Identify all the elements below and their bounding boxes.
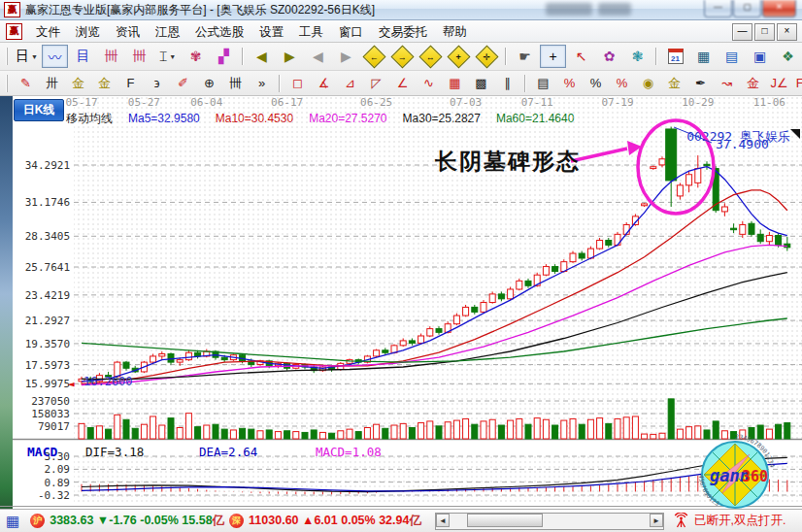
fan-box-button[interactable]: ⊿ bbox=[338, 73, 362, 94]
date-tick-label: 10-29 bbox=[682, 96, 714, 109]
parallel-lines-button[interactable]: ∥ bbox=[495, 73, 519, 94]
gold-ruler1-button[interactable]: 金 bbox=[66, 73, 90, 94]
shanghai-index-quote[interactable]: 3383.63 ▼-1.76 -0.05% 15.58亿 bbox=[50, 513, 224, 529]
zoom-right-button[interactable]: → bbox=[389, 45, 416, 68]
calendar-button[interactable]: 21 bbox=[662, 45, 688, 68]
fan-box2-button[interactable]: ◸ bbox=[364, 73, 388, 94]
crosshair-button[interactable]: + bbox=[540, 45, 566, 68]
menu-item-帮助[interactable]: 帮助 bbox=[435, 23, 475, 41]
toolbar-grip[interactable] bbox=[6, 75, 8, 92]
calculator-button[interactable]: ▦ bbox=[690, 45, 717, 68]
zoom-x-button[interactable]: ↔ bbox=[418, 45, 444, 68]
next-bar-button[interactable]: ▶ bbox=[333, 45, 359, 68]
volume-bar bbox=[418, 423, 424, 439]
gauge-button[interactable]: ▤ bbox=[531, 73, 555, 94]
connection-status[interactable]: 已断开,双点打开. bbox=[694, 513, 785, 529]
j-angle-button[interactable]: J∠ bbox=[767, 73, 791, 94]
gann-flower-button[interactable]: ✿ bbox=[596, 45, 622, 68]
menu-item-资讯[interactable]: 资讯 bbox=[108, 23, 148, 41]
macd-info-item: MACD=1.08 bbox=[316, 445, 382, 459]
expand-button[interactable]: ✛ bbox=[474, 45, 500, 68]
mdi-restore-button[interactable]: □ bbox=[754, 23, 775, 41]
menu-item-交易委托[interactable]: 交易委托 bbox=[371, 23, 435, 41]
wave-tool-button[interactable]: ↝ bbox=[715, 73, 739, 94]
grid-tool-button[interactable]: ▦ bbox=[443, 73, 467, 94]
net-button[interactable]: ❖ bbox=[775, 45, 801, 68]
toolbar-separator bbox=[505, 48, 507, 65]
ink-pen-button[interactable]: ✒ bbox=[688, 73, 713, 94]
menu-item-设置[interactable]: 设置 bbox=[251, 23, 291, 41]
scroll-left-arrow[interactable]: ◄ bbox=[436, 514, 450, 527]
chart-area[interactable]: 日K线 移动均线Ma5=32.9580Ma10=30.4530Ma20=27.5… bbox=[0, 96, 802, 509]
angle-lines-button[interactable]: ∠ bbox=[390, 73, 415, 94]
box-tool-button[interactable]: ◻ bbox=[285, 73, 310, 94]
price-axis-label: 23.4219 bbox=[25, 289, 70, 302]
mdi-close-button[interactable]: × bbox=[777, 23, 797, 41]
pointer-tool-button[interactable]: ↖ bbox=[568, 45, 594, 68]
candlestick-chart[interactable]: 05-1705-2706-0406-1706-2507-0307-1107-19… bbox=[0, 96, 802, 509]
f-ruler-button[interactable]: F bbox=[118, 73, 143, 94]
indicator-wave-button[interactable]: 〰 bbox=[42, 45, 68, 68]
f-angle-button[interactable]: F∠ bbox=[793, 73, 802, 94]
prev-bar-button[interactable]: ◀ bbox=[305, 45, 331, 68]
chart-3-button[interactable]: 卌 bbox=[98, 45, 124, 68]
ruler-tool-button[interactable]: 卅 bbox=[40, 73, 64, 94]
percent-lines-button[interactable]: % bbox=[610, 73, 634, 94]
compress-button[interactable]: + bbox=[446, 45, 472, 68]
zoom-right-button-icon: → bbox=[390, 45, 414, 68]
spiral-tool-button[interactable]: ϶ bbox=[145, 73, 169, 94]
tick-ruler-button[interactable]: 卌 bbox=[223, 73, 248, 94]
menu-item-江恩[interactable]: 江恩 bbox=[148, 23, 187, 41]
date-tick-label: 07-03 bbox=[450, 96, 482, 109]
chart-9-button[interactable]: 卌 bbox=[126, 45, 152, 68]
pattern-tool-button[interactable]: ✾ bbox=[183, 45, 209, 68]
pencil-tool-button[interactable]: ✎ bbox=[14, 73, 38, 94]
notes-button[interactable]: ▤ bbox=[718, 45, 745, 68]
percent-button[interactable]: % bbox=[584, 73, 608, 94]
kline-period-button[interactable]: 日▼ bbox=[14, 45, 40, 68]
gold-mark-button[interactable]: 金 bbox=[741, 73, 765, 94]
scroll-right-arrow[interactable]: ► bbox=[650, 514, 663, 527]
price-axis-label: 31.1746 bbox=[25, 196, 70, 209]
last-bar-button[interactable]: ▶ bbox=[277, 45, 303, 68]
first-bar-button[interactable]: ◀ bbox=[249, 45, 275, 68]
gold-circle-button[interactable]: ◉ bbox=[636, 73, 660, 94]
analysis-button[interactable]: ❃ bbox=[624, 45, 651, 68]
color-histogram-button[interactable]: ▞ bbox=[211, 45, 237, 68]
menu-item-工具[interactable]: 工具 bbox=[291, 23, 331, 41]
volume-bar bbox=[293, 432, 299, 439]
percent-slash-button[interactable]: % bbox=[557, 73, 582, 94]
menu-item-文件[interactable]: 文件 bbox=[28, 23, 68, 41]
menu-item-公式选股[interactable]: 公式选股 bbox=[187, 23, 251, 41]
toolbar-grip[interactable] bbox=[6, 48, 8, 65]
minimize-button[interactable]: — bbox=[704, 0, 732, 17]
shenzhen-index-quote[interactable]: 11030.60 ▲6.01 0.05% 32.94亿 bbox=[249, 513, 421, 529]
gold-lines-button[interactable]: 金 bbox=[662, 73, 686, 94]
candle-body bbox=[221, 357, 227, 359]
horizontal-scrollbar[interactable]: ◄ ► bbox=[435, 513, 664, 530]
hand-tool-button[interactable]: ☛ bbox=[512, 45, 538, 68]
volume-bar bbox=[642, 434, 648, 439]
grid-tool2-button[interactable]: ▩ bbox=[469, 73, 493, 94]
more-tools-button[interactable]: » bbox=[250, 73, 274, 94]
mdi-minimize-button[interactable]: — bbox=[732, 23, 752, 41]
expand-button-icon: ✛ bbox=[475, 45, 498, 68]
menu-item-窗口[interactable]: 窗口 bbox=[331, 23, 371, 41]
shenzhen-exchange-icon[interactable]: 深 bbox=[229, 514, 244, 528]
scrollbar-thumb[interactable] bbox=[467, 514, 543, 527]
volume-bar bbox=[427, 421, 433, 439]
candle-style-button[interactable]: ⌶▼ bbox=[154, 45, 181, 68]
info-panel-button[interactable]: 目 bbox=[70, 45, 96, 68]
zigzag-button[interactable]: ∿ bbox=[417, 73, 441, 94]
close-button[interactable]: ✕ bbox=[762, 0, 796, 17]
save-button[interactable]: ▣ bbox=[747, 45, 773, 68]
gold-ruler2-button[interactable]: 金 bbox=[92, 73, 117, 94]
menu-item-浏览[interactable]: 浏览 bbox=[68, 23, 108, 41]
zoom-left-button[interactable]: ← bbox=[361, 45, 387, 68]
mark-pencil-button[interactable]: ✐ bbox=[171, 73, 195, 94]
fan-lines-button[interactable]: ∡ bbox=[312, 73, 336, 94]
circle-ruler-button[interactable]: ⊕ bbox=[197, 73, 221, 94]
maximize-button[interactable]: ▢ bbox=[733, 0, 761, 17]
shanghai-exchange-icon[interactable]: 沪 bbox=[30, 514, 45, 528]
keyboard-icon[interactable]: ▦ bbox=[6, 514, 19, 528]
